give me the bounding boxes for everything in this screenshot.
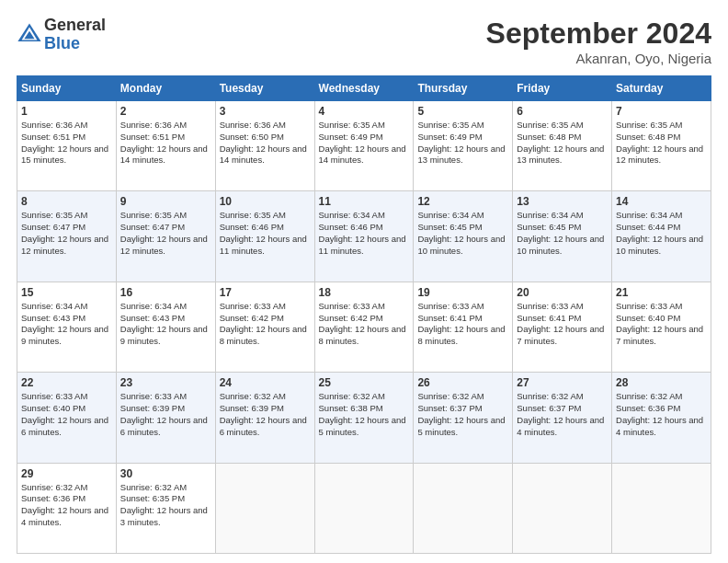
day-number: 21 xyxy=(616,286,707,299)
logo: General Blue xyxy=(17,17,106,53)
calendar-cell: 1 Sunrise: 6:36 AM Sunset: 6:51 PM Dayli… xyxy=(17,101,117,191)
day-number: 6 xyxy=(517,105,608,118)
day-number: 30 xyxy=(120,467,211,480)
day-number: 20 xyxy=(517,286,608,299)
calendar-cell: 3 Sunrise: 6:36 AM Sunset: 6:50 PM Dayli… xyxy=(215,101,314,191)
day-info: Sunrise: 6:33 AM Sunset: 6:39 PM Dayligh… xyxy=(120,391,211,438)
day-number: 19 xyxy=(417,286,508,299)
day-info: Sunrise: 6:34 AM Sunset: 6:44 PM Dayligh… xyxy=(616,210,707,257)
calendar-cell: 29 Sunrise: 6:32 AM Sunset: 6:36 PM Dayl… xyxy=(17,463,117,553)
day-info: Sunrise: 6:32 AM Sunset: 6:37 PM Dayligh… xyxy=(517,391,608,438)
day-number: 26 xyxy=(417,376,508,389)
day-number: 15 xyxy=(21,286,112,299)
day-number: 13 xyxy=(517,195,608,208)
calendar-cell: 18 Sunrise: 6:33 AM Sunset: 6:42 PM Dayl… xyxy=(314,282,414,372)
day-info: Sunrise: 6:35 AM Sunset: 6:48 PM Dayligh… xyxy=(517,120,608,167)
calendar-cell xyxy=(215,463,314,553)
logo-icon xyxy=(17,22,42,48)
header-saturday: Saturday xyxy=(612,76,711,101)
day-info: Sunrise: 6:32 AM Sunset: 6:36 PM Dayligh… xyxy=(616,391,707,438)
day-info: Sunrise: 6:33 AM Sunset: 6:41 PM Dayligh… xyxy=(517,301,608,348)
calendar-cell xyxy=(513,463,612,553)
logo-general: General xyxy=(44,17,106,35)
day-info: Sunrise: 6:33 AM Sunset: 6:41 PM Dayligh… xyxy=(417,301,508,348)
calendar-week-3: 15 Sunrise: 6:34 AM Sunset: 6:43 PM Dayl… xyxy=(17,282,711,372)
calendar-cell: 14 Sunrise: 6:34 AM Sunset: 6:44 PM Dayl… xyxy=(612,191,711,282)
calendar-week-1: 1 Sunrise: 6:36 AM Sunset: 6:51 PM Dayli… xyxy=(17,101,711,191)
calendar-week-2: 8 Sunrise: 6:35 AM Sunset: 6:47 PM Dayli… xyxy=(17,191,711,282)
calendar-cell: 28 Sunrise: 6:32 AM Sunset: 6:36 PM Dayl… xyxy=(612,373,711,463)
calendar-cell: 19 Sunrise: 6:33 AM Sunset: 6:41 PM Dayl… xyxy=(414,282,513,372)
calendar-cell xyxy=(314,463,414,553)
day-number: 5 xyxy=(417,105,508,118)
calendar-cell: 22 Sunrise: 6:33 AM Sunset: 6:40 PM Dayl… xyxy=(17,373,117,463)
day-number: 8 xyxy=(21,195,112,208)
day-number: 28 xyxy=(616,376,707,389)
day-info: Sunrise: 6:34 AM Sunset: 6:43 PM Dayligh… xyxy=(21,301,112,348)
day-number: 4 xyxy=(319,105,410,118)
calendar-cell: 16 Sunrise: 6:34 AM Sunset: 6:43 PM Dayl… xyxy=(116,282,215,372)
day-info: Sunrise: 6:35 AM Sunset: 6:48 PM Dayligh… xyxy=(616,120,707,167)
day-number: 11 xyxy=(319,195,410,208)
day-number: 10 xyxy=(220,195,311,208)
calendar-week-5: 29 Sunrise: 6:32 AM Sunset: 6:36 PM Dayl… xyxy=(17,463,711,553)
logo-blue: Blue xyxy=(44,35,106,53)
header-tuesday: Tuesday xyxy=(215,76,314,101)
day-info: Sunrise: 6:35 AM Sunset: 6:47 PM Dayligh… xyxy=(21,210,112,257)
day-number: 3 xyxy=(220,105,311,118)
calendar-cell: 2 Sunrise: 6:36 AM Sunset: 6:51 PM Dayli… xyxy=(116,101,215,191)
calendar-cell: 15 Sunrise: 6:34 AM Sunset: 6:43 PM Dayl… xyxy=(17,282,117,372)
calendar-cell: 5 Sunrise: 6:35 AM Sunset: 6:49 PM Dayli… xyxy=(414,101,513,191)
calendar-cell: 24 Sunrise: 6:32 AM Sunset: 6:39 PM Dayl… xyxy=(215,373,314,463)
day-number: 2 xyxy=(120,105,211,118)
header-thursday: Thursday xyxy=(414,76,513,101)
calendar-cell: 30 Sunrise: 6:32 AM Sunset: 6:35 PM Dayl… xyxy=(116,463,215,553)
day-number: 1 xyxy=(21,105,112,118)
day-info: Sunrise: 6:35 AM Sunset: 6:47 PM Dayligh… xyxy=(120,210,211,257)
day-info: Sunrise: 6:32 AM Sunset: 6:37 PM Dayligh… xyxy=(417,391,508,438)
day-info: Sunrise: 6:33 AM Sunset: 6:40 PM Dayligh… xyxy=(21,391,112,438)
day-info: Sunrise: 6:34 AM Sunset: 6:46 PM Dayligh… xyxy=(319,210,410,257)
header-monday: Monday xyxy=(116,76,215,101)
day-info: Sunrise: 6:34 AM Sunset: 6:43 PM Dayligh… xyxy=(120,301,211,348)
day-info: Sunrise: 6:33 AM Sunset: 6:42 PM Dayligh… xyxy=(220,301,311,348)
day-info: Sunrise: 6:33 AM Sunset: 6:40 PM Dayligh… xyxy=(616,301,707,348)
day-info: Sunrise: 6:35 AM Sunset: 6:49 PM Dayligh… xyxy=(319,120,410,167)
calendar-cell: 10 Sunrise: 6:35 AM Sunset: 6:46 PM Dayl… xyxy=(215,191,314,282)
day-info: Sunrise: 6:32 AM Sunset: 6:38 PM Dayligh… xyxy=(319,391,410,438)
day-info: Sunrise: 6:34 AM Sunset: 6:45 PM Dayligh… xyxy=(417,210,508,257)
calendar-cell: 8 Sunrise: 6:35 AM Sunset: 6:47 PM Dayli… xyxy=(17,191,117,282)
day-number: 29 xyxy=(21,467,112,480)
day-info: Sunrise: 6:32 AM Sunset: 6:35 PM Dayligh… xyxy=(120,482,211,529)
day-number: 14 xyxy=(616,195,707,208)
header: General Blue September 2024 Akanran, Oyo… xyxy=(17,17,711,66)
header-wednesday: Wednesday xyxy=(314,76,414,101)
day-info: Sunrise: 6:36 AM Sunset: 6:50 PM Dayligh… xyxy=(220,120,311,167)
day-number: 25 xyxy=(319,376,410,389)
day-info: Sunrise: 6:35 AM Sunset: 6:46 PM Dayligh… xyxy=(220,210,311,257)
day-number: 9 xyxy=(120,195,211,208)
day-number: 7 xyxy=(616,105,707,118)
calendar-header-row: Sunday Monday Tuesday Wednesday Thursday… xyxy=(17,76,711,101)
month-title: September 2024 xyxy=(486,17,711,51)
day-info: Sunrise: 6:36 AM Sunset: 6:51 PM Dayligh… xyxy=(21,120,112,167)
calendar-cell: 23 Sunrise: 6:33 AM Sunset: 6:39 PM Dayl… xyxy=(116,373,215,463)
day-number: 17 xyxy=(220,286,311,299)
day-info: Sunrise: 6:34 AM Sunset: 6:45 PM Dayligh… xyxy=(517,210,608,257)
calendar-cell xyxy=(612,463,711,553)
day-info: Sunrise: 6:32 AM Sunset: 6:39 PM Dayligh… xyxy=(220,391,311,438)
day-number: 16 xyxy=(120,286,211,299)
calendar-cell: 13 Sunrise: 6:34 AM Sunset: 6:45 PM Dayl… xyxy=(513,191,612,282)
header-friday: Friday xyxy=(513,76,612,101)
calendar-cell xyxy=(414,463,513,553)
day-info: Sunrise: 6:32 AM Sunset: 6:36 PM Dayligh… xyxy=(21,482,112,529)
calendar-cell: 11 Sunrise: 6:34 AM Sunset: 6:46 PM Dayl… xyxy=(314,191,414,282)
calendar-table: Sunday Monday Tuesday Wednesday Thursday… xyxy=(17,75,711,554)
calendar-cell: 25 Sunrise: 6:32 AM Sunset: 6:38 PM Dayl… xyxy=(314,373,414,463)
day-number: 22 xyxy=(21,376,112,389)
day-info: Sunrise: 6:35 AM Sunset: 6:49 PM Dayligh… xyxy=(417,120,508,167)
title-block: September 2024 Akanran, Oyo, Nigeria xyxy=(486,17,711,66)
calendar-cell: 6 Sunrise: 6:35 AM Sunset: 6:48 PM Dayli… xyxy=(513,101,612,191)
day-number: 24 xyxy=(220,376,311,389)
calendar-cell: 4 Sunrise: 6:35 AM Sunset: 6:49 PM Dayli… xyxy=(314,101,414,191)
